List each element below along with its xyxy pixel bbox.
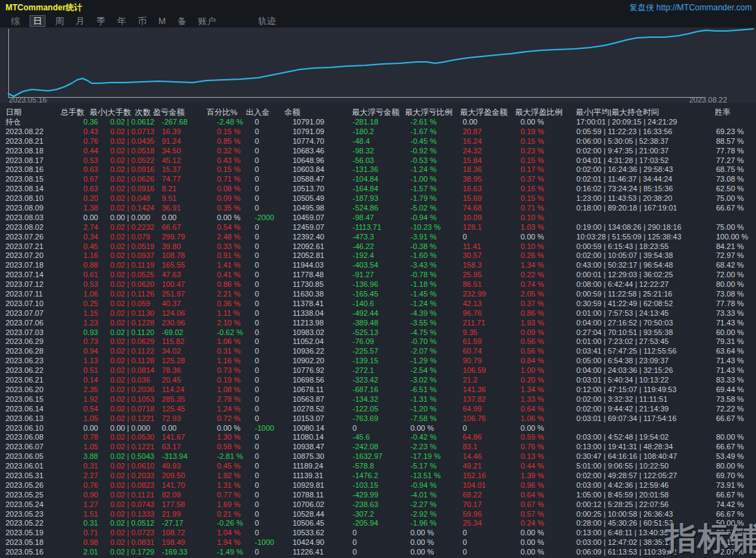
table-row[interactable]: 2023.06.290.730.02 | 0.0629115.821.06 %0… xyxy=(0,337,756,347)
column-header-max_float_profit_pct[interactable]: 最大浮盈比例 xyxy=(515,107,563,118)
table-row[interactable]: 2023.08.170.530.02 | 0.052245.120.43 %01… xyxy=(0,156,756,166)
table-row[interactable]: 2023.08.180.440.02 | 0.051834.500.32 %01… xyxy=(0,147,756,156)
table-row[interactable]: 2023.07.120.530.02 | 0.0620100.470.86 %0… xyxy=(0,280,756,290)
column-header-win_rate[interactable]: 胜率 xyxy=(715,107,731,118)
table-row[interactable]: 2023.06.140.540.02 | 0.0718125.451.24 %0… xyxy=(0,405,756,414)
cell-volume: 3.88 xyxy=(83,452,110,462)
cell-trades: 13 xyxy=(146,127,162,137)
cell-max_float_profit: 83.1 xyxy=(463,442,521,452)
table-row[interactable]: 2023.08.022.740.02 | 0.223266.670.54 %01… xyxy=(0,223,756,233)
table-row[interactable]: 2023.08.100.200.02 | 0.0489.510.09 %0105… xyxy=(0,194,756,204)
cell-lot_min_max: 0.02 | 0.12 xyxy=(110,319,146,328)
cell-max_float_profit: 0 xyxy=(463,538,521,548)
column-header-volume[interactable]: 总手数 xyxy=(61,107,85,118)
cell-trades: 21 xyxy=(146,414,162,424)
table-row[interactable]: 2023.08.150.670.02 | 0.062674.770.71 %01… xyxy=(0,175,756,184)
table-row[interactable]: 2023.08.030.000.00 | 0.0000.000.00 %-200… xyxy=(0,213,756,223)
cell-trades: 33 xyxy=(146,471,162,481)
table-row[interactable]: 2023.05.162.010.02 | 0.1729-169.33-1.49 … xyxy=(0,548,756,557)
cell-max_float_loss_pct: -1.57 % xyxy=(410,184,463,194)
cell-pnl: 115.82 xyxy=(162,337,217,347)
table-row[interactable]: 2023.05.190.710.02 | 0.0723108.721.04 %0… xyxy=(0,528,756,538)
table-row[interactable]: 2023.05.180.980.02 | 0.0831198.491.94 %-… xyxy=(0,538,756,548)
table-row[interactable]: 2023.07.030.930.02 | 0.1120-69.02-0.62 %… xyxy=(0,328,756,338)
cell-date: 2023.08.03 xyxy=(6,213,83,223)
table-row[interactable]: 2023.07.140.610.02 | 0.052547.630.41 %01… xyxy=(0,270,756,280)
table-row[interactable]: 2023.06.053.880.02 | 0.5043-313.94-2.81 … xyxy=(0,452,756,462)
menu-item-guiji[interactable]: 轨迹 xyxy=(256,15,278,27)
table-row[interactable]: 2023.06.280.940.02 | 0.112234.020.31 %01… xyxy=(0,347,756,356)
column-header-pnl[interactable]: 盈亏金额 xyxy=(153,107,185,118)
table-row[interactable]: 2023.06.231.130.02 | 0.1128125.281.16 %0… xyxy=(0,356,756,366)
table-row[interactable]: 2023.05.231.510.02 | 0.133321.990.21 %01… xyxy=(0,510,756,519)
column-header-cash_flow[interactable]: 出入金 xyxy=(246,107,270,118)
cell-max_float_profit: 21.2 xyxy=(463,376,521,385)
menu-item-nian[interactable]: 年 xyxy=(115,15,128,27)
column-header-max_float_profit[interactable]: 最大浮盈金额 xyxy=(460,107,507,118)
table-row[interactable]: 2023.05.220.310.02 | 0.0512-27.17-0.26 %… xyxy=(0,519,756,528)
cell-pnl_pct: 0.15 % xyxy=(217,127,255,137)
table-row[interactable]: 2023.08.210.760.02 | 0.043591.240.85 %01… xyxy=(0,137,756,147)
cell-cash_flow: 0 xyxy=(255,147,293,156)
table-row[interactable]: 2023.05.260.760.02 | 0.0823141.701.31 %0… xyxy=(0,481,756,491)
brand-link[interactable]: 复盘侠 http://MTCommander.com xyxy=(629,2,752,14)
table-row[interactable]: 2023.08.140.630.02 | 0.09168.210.08 %010… xyxy=(0,184,756,194)
menu-item-zong[interactable]: 综 xyxy=(9,15,22,27)
cell-max_float_loss_pct: -3.43 % xyxy=(410,261,463,270)
menu-item-yue[interactable]: 月 xyxy=(74,15,87,27)
table-row[interactable]: 2023.08.220.430.02 | 0.071316.390.15 %01… xyxy=(0,127,756,137)
menu-item-ji[interactable]: 季 xyxy=(94,15,107,27)
cell-trades: 23 xyxy=(146,481,162,491)
cell-win_rate: 73.08 % xyxy=(716,290,756,299)
cell-volume: 0.43 xyxy=(83,127,110,137)
cell-balance: 11052.04 xyxy=(293,337,353,347)
cell-lot_min_max: 0.02 | 0.08 xyxy=(110,481,146,491)
table-row[interactable]: 2023.07.061.230.02 | 0.1228230.962.10 %0… xyxy=(0,319,756,328)
table-row[interactable]: 2023.07.260.340.02 | 0.079299.792.48 %01… xyxy=(0,233,756,242)
column-header-lot_min_max[interactable]: 最小|大手数 xyxy=(90,107,132,118)
table-row[interactable]: 2023.07.201.160.02 | 0.0937108.780.91 %0… xyxy=(0,251,756,261)
cell-lot_min_max: 0.02 | 0.09 xyxy=(110,251,146,261)
table-row[interactable]: 2023.07.180.880.02 | 0.1119165.551.41 %0… xyxy=(0,261,756,270)
table-row[interactable]: 2023.06.100.000.00 | 0.0000.000.00 %-100… xyxy=(0,424,756,433)
table-row[interactable]: 2023.08.160.630.02 | 0.091615.370.15 %01… xyxy=(0,165,756,175)
table-row[interactable]: 2023.06.131.050.02 | 0.122172.930.72 %01… xyxy=(0,414,756,424)
table-row[interactable]: 2023.08.091.380.02 | 0.142436.910.35 %01… xyxy=(0,204,756,213)
column-header-date[interactable]: 日期 xyxy=(6,107,21,118)
table-row[interactable]: 2023.06.210.140.02 | 0.03620.450.19 %010… xyxy=(0,376,756,385)
column-header-max_float_loss[interactable]: 最大浮亏金额 xyxy=(352,107,399,118)
table-row[interactable]: 2023.05.241.270.02 | 0.0743177.581.69 %0… xyxy=(0,500,756,510)
menu-item-m[interactable]: M xyxy=(156,15,168,27)
table-row[interactable]: 2023.07.100.250.02 | 0.05940.370.36 %011… xyxy=(0,299,756,309)
column-header-hold_time_min_avg_max[interactable]: 最小|平均|最大持仓时间 xyxy=(576,107,659,118)
cell-hold_time_min_avg_max xyxy=(576,424,716,433)
table-row[interactable]: 2023.07.210.450.02 | 0.051939.800.33 %01… xyxy=(0,242,756,252)
menu-item-ri-selected[interactable]: 日 xyxy=(30,15,45,27)
table-row[interactable]: 2023.06.080.780.02 | 0.0530141.671.30 %0… xyxy=(0,433,756,442)
column-header-pnl_pct[interactable]: 百分比% xyxy=(207,107,238,118)
table-row[interactable]: 持仓0.360.02 | 0.0612-267.68-2.48 %010791.… xyxy=(0,118,756,127)
table-row[interactable]: 2023.06.010.310.02 | 0.061049.930.45 %01… xyxy=(0,462,756,471)
column-header-max_float_loss_pct[interactable]: 最大浮亏比例 xyxy=(405,107,452,118)
column-header-balance[interactable]: 余额 xyxy=(284,107,300,118)
cell-max_float_profit_pct: 0.10 % xyxy=(521,242,576,252)
menu-item-zhanghu[interactable]: 账户 xyxy=(196,15,218,27)
menu-item-bi[interactable]: 币 xyxy=(136,15,149,27)
cell-lot_min_max: 0.02 | 0.06 xyxy=(110,337,146,347)
menu-item-bei[interactable]: 备 xyxy=(176,15,189,27)
cell-max_float_profit: 141.36 xyxy=(463,385,521,395)
table-row[interactable]: 2023.07.071.150.02 | 0.1130124.061.11 %0… xyxy=(0,309,756,319)
table-row[interactable]: 2023.06.151.920.02 | 0.1053285.352.78 %0… xyxy=(0,395,756,405)
table-row[interactable]: 2023.07.111.060.02 | 0.1126251.972.21 %0… xyxy=(0,290,756,299)
column-header-trades[interactable]: 次数 xyxy=(135,107,151,118)
table-row[interactable]: 2023.06.202.350.02 | 0.2036114.241.08 %0… xyxy=(0,385,756,395)
table-row[interactable]: 2023.06.220.510.02 | 0.081478.360.73 %01… xyxy=(0,366,756,376)
menu-item-zhou[interactable]: 周 xyxy=(53,15,66,27)
cell-pnl: 299.79 xyxy=(162,233,217,242)
table-row[interactable]: 2023.05.312.270.02 | 0.2033209.501.92 %0… xyxy=(0,471,756,481)
cell-trades: 22 xyxy=(146,156,162,166)
table-row[interactable]: 2023.05.250.900.02 | 0.112182.090.77 %01… xyxy=(0,491,756,500)
table-row[interactable]: 2023.06.071.050.02 | 0.122163.170.58 %01… xyxy=(0,442,756,452)
cell-volume: 1.51 xyxy=(83,510,110,519)
cell-lot_min_max: 0.02 | 0.06 xyxy=(110,462,146,471)
